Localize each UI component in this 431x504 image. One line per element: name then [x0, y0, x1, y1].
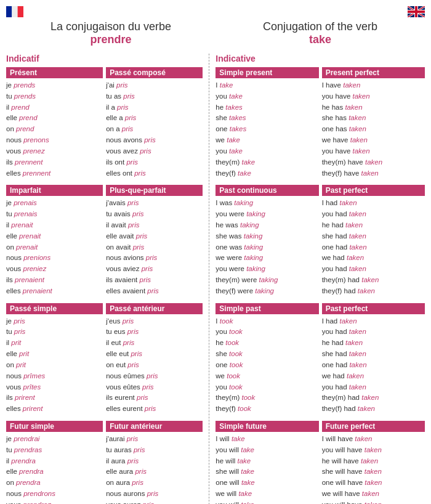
english-tense-pair-4: Simple future I will take you will take … [216, 421, 425, 504]
list-item: nous aurons pris [106, 489, 203, 500]
english-title-block: Conjugation of the verb take [220, 20, 421, 46]
list-item: nous avions pris [106, 253, 203, 264]
list-item: ils ont pris [106, 157, 203, 168]
list-item: nous prîmes [6, 371, 103, 382]
english-past-perfect-col: Past perfect I had taken you had taken h… [322, 185, 425, 296]
list-item: elles eurent pris [106, 404, 203, 415]
list-item: one took [216, 360, 318, 371]
list-item: vous prenez [6, 146, 103, 157]
list-item: vous avez pris [106, 146, 203, 157]
french-tense-pair-4: Futur simple je prendrai tu prendras il … [6, 421, 203, 504]
list-item: on prendra [6, 478, 103, 489]
list-item: they(m) had taken [322, 275, 425, 286]
list-item: one was taking [216, 242, 318, 253]
list-item: we will have taken [322, 489, 425, 500]
main-content: Indicatif Présent je prends tu prends il… [6, 54, 425, 504]
list-item: tu prends [6, 91, 103, 102]
english-present-perfect-header: Present perfect [322, 67, 425, 78]
list-item: elle prit [6, 349, 103, 360]
list-item: I took [216, 316, 318, 327]
list-item: you will have taken [322, 445, 425, 456]
list-item: I have taken [322, 80, 425, 91]
list-item: elles prennent [6, 168, 103, 179]
list-item: I will have taken [322, 434, 425, 445]
list-item: you took [216, 382, 318, 393]
list-item: j'eus pris [106, 316, 203, 327]
english-simple-future-col: Simple future I will take you will take … [216, 421, 318, 504]
list-item: he had taken [322, 220, 425, 231]
list-item: ils prenaient [6, 275, 103, 286]
list-item: vous prendrez [6, 500, 103, 504]
french-imparfait-col: Imparfait je prenais tu prenais il prena… [6, 185, 103, 296]
list-item: one will take [216, 478, 318, 489]
list-item: elle prend [6, 113, 103, 124]
list-item: you take [216, 146, 318, 157]
list-item: nous eûmes pris [106, 371, 203, 382]
french-passe-simple-header: Passé simple [6, 303, 103, 314]
list-item: we will take [216, 489, 318, 500]
list-item: we take [216, 135, 318, 146]
list-item: on prit [6, 360, 103, 371]
list-item: nous prenions [6, 253, 103, 264]
list-item: ils avaient pris [106, 275, 203, 286]
list-item: we had taken [322, 253, 425, 264]
list-item: tu eus pris [106, 327, 203, 338]
list-item: vous aviez pris [106, 264, 203, 275]
french-futur-anterieur-col: Futur antérieur j'aurai pris tu auras pr… [106, 421, 203, 504]
list-item: you will have taken [322, 500, 425, 504]
list-item: je prendrai [6, 434, 103, 445]
list-item: you had taken [322, 209, 425, 220]
list-item: you took [216, 327, 318, 338]
list-item: tu pris [6, 327, 103, 338]
list-item: il prend [6, 102, 103, 113]
list-item: elle prenait [6, 231, 103, 242]
list-item: j'ai pris [106, 80, 203, 91]
french-section: Indicatif Présent je prends tu prends il… [6, 54, 209, 504]
list-item: they(f) take [216, 168, 318, 179]
list-item: we took [216, 371, 318, 382]
list-item: tu prenais [6, 209, 103, 220]
list-item: vous aurez pris [106, 500, 203, 504]
french-present-col: Présent je prends tu prends il prend ell… [6, 67, 103, 179]
svg-rect-11 [408, 10, 425, 13]
list-item: elle a pris [106, 113, 203, 124]
french-futur-simple-header: Futur simple [6, 421, 103, 432]
english-future-perfect-header: Future perfect [322, 421, 425, 432]
french-passe-compose-header: Passé composé [106, 67, 203, 78]
list-item: on prenait [6, 242, 103, 253]
list-item: elle eut pris [106, 349, 203, 360]
list-item: they(f) had taken [322, 404, 425, 415]
list-item: je prenais [6, 198, 103, 209]
french-passe-anterieur-col: Passé antérieur j'eus pris tu eus pris i… [106, 303, 203, 415]
english-simple-future-header: Simple future [216, 421, 318, 432]
english-past-perfect-header: Past perfect [322, 185, 425, 196]
list-item: on aura pris [106, 478, 203, 489]
list-item: j'aurai pris [106, 434, 203, 445]
list-item: I will take [216, 434, 318, 445]
list-item: he takes [216, 102, 318, 113]
english-present-perfect-col: Present perfect I have taken you have ta… [322, 67, 425, 179]
list-item: you take [216, 91, 318, 102]
list-item: il prit [6, 338, 103, 349]
english-title: Conjugation of the verb [220, 20, 421, 33]
list-item: she took [216, 349, 318, 360]
list-item: nous avons pris [106, 135, 203, 146]
french-imparfait-header: Imparfait [6, 185, 103, 196]
french-plus-que-parfait-col: Plus-que-parfait j'avais pris tu avais p… [106, 185, 203, 296]
list-item: elles prenaient [6, 286, 103, 297]
list-item: you had taken [322, 382, 425, 393]
list-item: elles ont pris [106, 168, 203, 179]
page: La conjugaison du verbe prendre Conjugat… [0, 0, 431, 504]
list-item: you have taken [322, 91, 425, 102]
french-flag-icon [6, 6, 23, 17]
list-item: elles avaient pris [106, 286, 203, 297]
list-item: on avait pris [106, 242, 203, 253]
list-item: he had taken [322, 338, 425, 349]
list-item: they(f) took [216, 404, 318, 415]
list-item: on prend [6, 124, 103, 135]
list-item: he was taking [216, 220, 318, 231]
list-item: je pris [6, 316, 103, 327]
list-item: one takes [216, 124, 318, 135]
english-past-perfect-2-header: Past perfect [322, 303, 425, 314]
list-item: she has taken [322, 113, 425, 124]
